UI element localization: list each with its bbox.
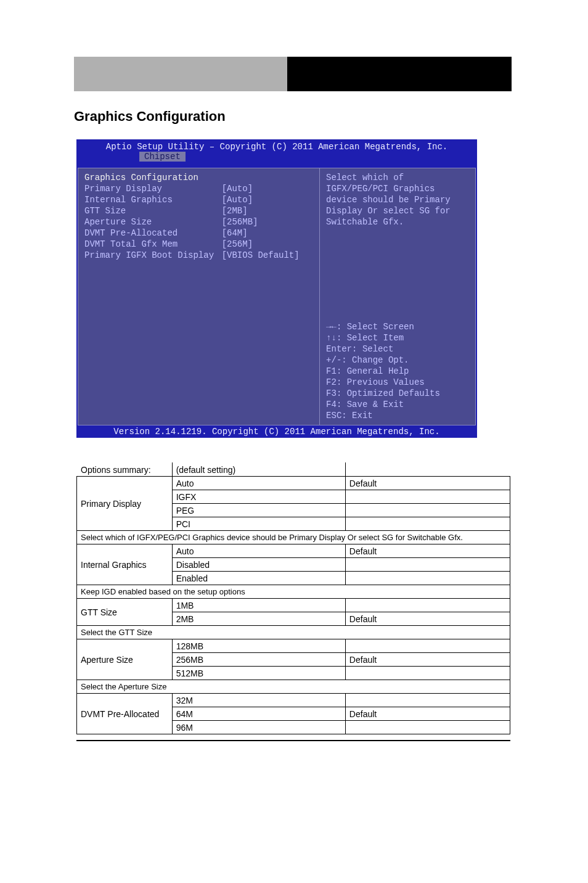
bios-tab-chipset[interactable]: Chipset [139, 152, 186, 162]
bios-screenshot: Aptio Setup Utility – Copyright (C) 2011… [76, 139, 477, 438]
bios-item-label[interactable]: DVMT Total Gfx Mem [84, 239, 222, 250]
bios-item-value[interactable]: [256M] [222, 239, 313, 250]
option-value: 1MB [172, 599, 345, 612]
table-header-c2: (default setting) [172, 463, 345, 477]
bios-item-value[interactable]: [256MB] [222, 216, 313, 228]
option-value: 64M [172, 707, 345, 721]
option-desc: Select the GTT Size [77, 626, 510, 639]
option-default [345, 721, 510, 734]
bios-item-value[interactable]: [2MB] [222, 205, 313, 216]
option-default: Default [345, 653, 510, 667]
header-left [74, 57, 287, 91]
option-name: DVMT Pre-Allocated [77, 694, 173, 734]
option-value: Auto [172, 477, 345, 490]
section-title: Graphics Configuration [74, 109, 226, 125]
bios-body: Graphics Configuration Primary Display[A… [78, 168, 476, 425]
option-value: 128MB [172, 639, 345, 653]
option-value: PCI [172, 517, 345, 531]
bios-left-pane: Graphics Configuration Primary Display[A… [78, 168, 320, 425]
page: Graphics Configuration Aptio Setup Utili… [0, 0, 588, 883]
option-name: GTT Size [77, 599, 173, 626]
bios-help-key: +/-: Change Opt. [326, 355, 469, 366]
option-value: PEG [172, 504, 345, 517]
header-right [287, 57, 512, 91]
bios-right-pane: Select which of IGFX/PEG/PCI Graphics de… [320, 168, 475, 425]
bios-help-key: ↑↓: Select Item [326, 332, 469, 343]
bios-item-value[interactable]: [64M] [222, 228, 313, 239]
bios-item-label[interactable]: Primary Display [84, 183, 222, 194]
bios-item-label[interactable]: Aperture Size [84, 216, 222, 228]
bios-help-description: Select which of IGFX/PEG/PCI Graphics de… [326, 172, 469, 228]
bios-top: Aptio Setup Utility – Copyright (C) 2011… [78, 141, 476, 168]
option-name: Aperture Size [77, 639, 173, 680]
bios-title: Aptio Setup Utility – Copyright (C) 2011… [78, 141, 476, 152]
bios-item-value[interactable]: [VBIOS Default] [222, 250, 313, 261]
option-name: Internal Graphics [77, 544, 173, 585]
option-default [345, 517, 510, 531]
bios-help-key: F4: Save & Exit [326, 399, 469, 410]
bios-help-key: Enter: Select [326, 343, 469, 355]
bios-help-key: ESC: Exit [326, 410, 469, 421]
options-table: Options summary: (default setting) Prima… [76, 462, 510, 734]
option-default [345, 694, 510, 707]
option-default [345, 572, 510, 585]
option-default [345, 639, 510, 653]
option-value: 32M [172, 694, 345, 707]
option-default [345, 490, 510, 504]
bios-item-value[interactable]: [Auto] [222, 194, 313, 205]
bios-item-label[interactable]: GTT Size [84, 205, 222, 216]
option-default: Default [345, 544, 510, 558]
option-default: Default [345, 707, 510, 721]
bios-item-label[interactable]: DVMT Pre-Allocated [84, 228, 222, 239]
bios-footer: Version 2.14.1219. Copyright (C) 2011 Am… [78, 425, 476, 438]
bios-help-key: F1: General Help [326, 366, 469, 377]
footer-rule [76, 740, 510, 741]
option-value: 256MB [172, 653, 345, 667]
bios-help-keys: →←: Select Screen ↑↓: Select Item Enter:… [326, 321, 469, 421]
bios-item-label[interactable]: Internal Graphics [84, 194, 222, 205]
option-desc: Keep IGD enabled based on the setup opti… [77, 585, 510, 599]
bios-help-key: F2: Previous Values [326, 377, 469, 388]
option-value: Disabled [172, 558, 345, 572]
option-value: 96M [172, 721, 345, 734]
option-default [345, 667, 510, 680]
option-desc: Select the Aperture Size [77, 680, 510, 694]
table-header-c3 [345, 463, 510, 477]
option-default: Default [345, 477, 510, 490]
bios-item-label[interactable]: Primary IGFX Boot Display [84, 250, 222, 261]
option-value: Auto [172, 544, 345, 558]
option-default [345, 599, 510, 612]
bios-help-key: F3: Optimized Defaults [326, 388, 469, 399]
bios-heading: Graphics Configuration [84, 172, 313, 183]
header-bar [74, 57, 512, 91]
option-default: Default [345, 612, 510, 626]
bios-item-value[interactable]: [Auto] [222, 183, 313, 194]
option-name: Primary Display [77, 477, 173, 531]
option-desc: Select which of IGFX/PEG/PCI Graphics de… [77, 531, 510, 544]
bios-help-key: →←: Select Screen [326, 321, 469, 332]
option-default [345, 504, 510, 517]
option-value: IGFX [172, 490, 345, 504]
option-default [345, 558, 510, 572]
table-header-c1: Options summary: [77, 463, 173, 477]
option-value: 512MB [172, 667, 345, 680]
option-value: 2MB [172, 612, 345, 626]
option-value: Enabled [172, 572, 345, 585]
